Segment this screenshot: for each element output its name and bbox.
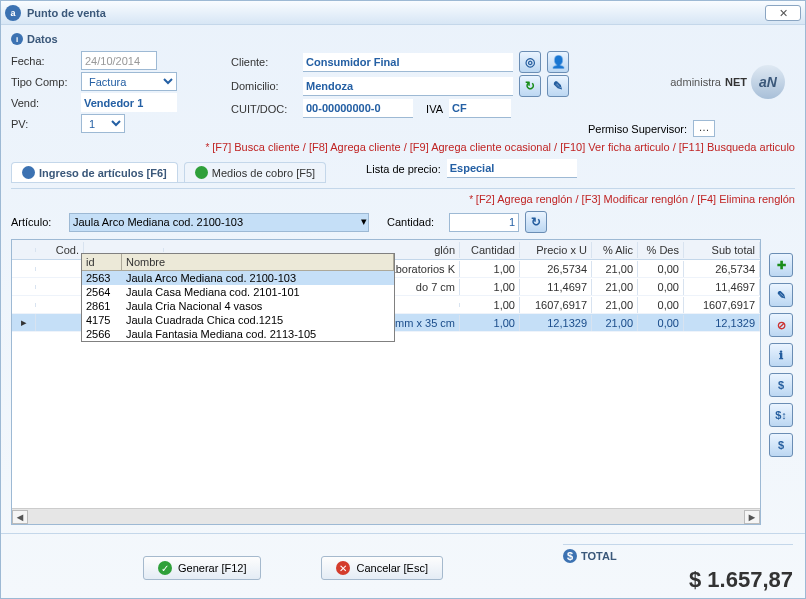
generar-label: Generar [F12] (178, 562, 246, 574)
datos-label: Datos (27, 33, 58, 45)
domicilio-input[interactable] (303, 77, 513, 96)
tab-ingreso-label: Ingreso de artículos [F6] (39, 167, 167, 179)
shortcut-hint-top: * [F7] Busca cliente / [F8] Agrega clien… (206, 142, 795, 153)
cancel-icon: ✕ (336, 561, 350, 575)
total-icon: $ (563, 549, 577, 563)
cuit-input[interactable] (303, 99, 413, 118)
col-des[interactable]: % Des (638, 242, 684, 258)
side-add-button[interactable]: ✚ (769, 253, 793, 277)
dropdown-col-nombre: Nombre (122, 254, 394, 270)
search-client-button[interactable]: ◎ (519, 51, 541, 73)
cliente-input[interactable] (303, 53, 513, 72)
window-title: Punto de venta (27, 7, 765, 19)
permiso-button[interactable]: … (693, 120, 715, 137)
shortcut-hint-renglon: * [F2] Agrega renglón / [F3] Modificar r… (469, 194, 795, 205)
total-label: TOTAL (581, 550, 617, 562)
brand-text-1: administra (670, 76, 721, 88)
scroll-right-button[interactable]: ► (744, 510, 760, 524)
dropdown-item[interactable]: 2563Jaula Arco Mediana cod. 2100-103 (82, 271, 394, 285)
add-client-button[interactable]: 👤 (547, 51, 569, 73)
iva-label: IVA (419, 103, 443, 115)
datos-section-header: i Datos (11, 33, 795, 45)
total-amount: $ 1.657,87 (563, 567, 793, 593)
cuit-label: CUIT/DOC: (231, 103, 297, 115)
tab-medios-label: Medios de cobro [F5] (212, 167, 315, 179)
side-delete-button[interactable]: ⊘ (769, 313, 793, 337)
side-info-button[interactable]: ℹ (769, 343, 793, 367)
domicilio-label: Domicilio: (231, 80, 297, 92)
brand-logo-area: administraNET aN (670, 65, 785, 99)
fecha-label: Fecha: (11, 55, 75, 67)
app-icon: a (5, 5, 21, 21)
articulo-label: Artículo: (11, 216, 63, 228)
tab-medios-icon (195, 166, 208, 179)
pv-select[interactable]: 1 (81, 114, 125, 133)
iva-input[interactable] (449, 99, 511, 118)
tab-ingreso-icon (22, 166, 35, 179)
brand-text-2: NET (725, 76, 747, 88)
generar-button[interactable]: ✓Generar [F12] (143, 556, 261, 580)
pricelist-input[interactable] (447, 159, 577, 178)
edit-client-button[interactable]: ✎ (547, 75, 569, 97)
cancelar-label: Cancelar [Esc] (356, 562, 428, 574)
side-discount-button[interactable]: $ (769, 433, 793, 457)
dropdown-item[interactable]: 2861Jaula Cria Nacional 4 vasos (82, 299, 394, 313)
cliente-label: Cliente: (231, 56, 297, 68)
cantidad-input[interactable] (449, 213, 519, 232)
side-edit-button[interactable]: ✎ (769, 283, 793, 307)
tab-medios-cobro[interactable]: Medios de cobro [F5] (184, 162, 326, 182)
articulo-dropdown[interactable]: id Nombre 2563Jaula Arco Mediana cod. 21… (81, 253, 395, 342)
brand-logo-icon: aN (751, 65, 785, 99)
col-subtotal[interactable]: Sub total (684, 242, 760, 258)
chevron-down-icon[interactable]: ▾ (361, 215, 367, 228)
info-icon: i (11, 33, 23, 45)
side-money-button[interactable]: $ (769, 373, 793, 397)
cancelar-button[interactable]: ✕Cancelar [Esc] (321, 556, 443, 580)
check-icon: ✓ (158, 561, 172, 575)
add-line-button[interactable]: ↻ (525, 211, 547, 233)
permiso-label: Permiso Supervisor: (588, 123, 687, 135)
articulo-combo[interactable] (69, 213, 369, 232)
col-cantidad[interactable]: Cantidad (460, 242, 520, 258)
fecha-input[interactable] (81, 51, 157, 70)
side-percent-button[interactable]: $↕ (769, 403, 793, 427)
dropdown-item[interactable]: 2566Jaula Fantasia Mediana cod. 2113-105 (82, 327, 394, 341)
pv-label: PV: (11, 118, 75, 130)
cantidad-label: Cantidad: (387, 216, 443, 228)
window-close-button[interactable]: ✕ (765, 5, 801, 21)
grid-scrollbar[interactable]: ◄ ► (12, 508, 760, 524)
scroll-left-button[interactable]: ◄ (12, 510, 28, 524)
col-precio[interactable]: Precio x U (520, 242, 592, 258)
vend-input[interactable] (81, 93, 177, 112)
dropdown-item[interactable]: 2564Jaula Casa Mediana cod. 2101-101 (82, 285, 394, 299)
col-alic[interactable]: % Alic (592, 242, 638, 258)
pricelist-label: Lista de precio: (366, 163, 441, 175)
tab-ingreso-articulos[interactable]: Ingreso de artículos [F6] (11, 162, 178, 182)
col-cod[interactable]: Cod. (36, 242, 84, 258)
vend-label: Vend: (11, 97, 75, 109)
dropdown-col-id: id (82, 254, 122, 270)
tipo-select[interactable]: Factura (81, 72, 177, 91)
dropdown-item[interactable]: 4175Jaula Cuadrada Chica cod.1215 (82, 313, 394, 327)
refresh-button[interactable]: ↻ (519, 75, 541, 97)
tipo-label: Tipo Comp: (11, 76, 75, 88)
